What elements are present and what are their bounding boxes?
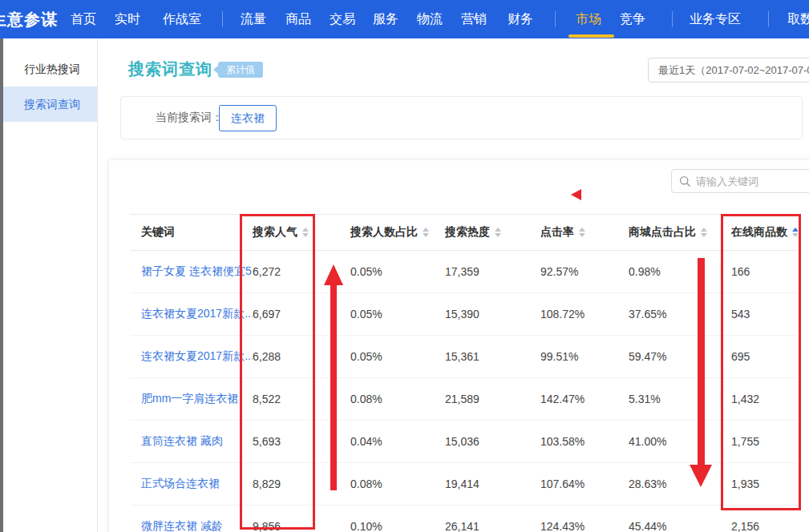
column-header-search-heat[interactable]: 搜索热度 xyxy=(445,225,540,240)
column-header-label: 商城点击占比 xyxy=(629,225,696,238)
nav-divider xyxy=(768,11,769,27)
keyword-cell: 正式场合连衣裙 xyxy=(130,477,253,491)
table-row: 正式场合连衣裙 8,829 0.08% 19,414 107.64% 28.63… xyxy=(130,463,798,506)
search-popularity-cell: 9,856 xyxy=(253,520,350,532)
online-products-cell: 695 xyxy=(731,350,798,363)
click-rate-cell: 142.47% xyxy=(540,393,629,405)
sort-icon[interactable] xyxy=(792,228,798,237)
sort-icon[interactable] xyxy=(302,228,309,237)
search-heat-cell: 26,141 xyxy=(445,520,540,532)
sort-icon[interactable] xyxy=(495,228,501,237)
search-term-tag[interactable]: 连衣裙 xyxy=(219,105,277,131)
column-header-online-products[interactable]: 在线商品数 xyxy=(731,225,798,240)
online-products-cell: 1,432 xyxy=(731,393,798,405)
cumulative-value-badge: 累计值 xyxy=(218,62,263,78)
nav-item-data-extract[interactable]: 取数 xyxy=(787,0,809,38)
sidebar-item-search-term-query[interactable]: 搜索词查询 xyxy=(3,87,97,122)
keywords-table: 关键词 搜索人气 搜索人数占比 搜索热度 点击率 商城点击占比 在线商品数 裙子… xyxy=(130,214,798,532)
nav-divider xyxy=(672,11,673,27)
click-rate-cell: 108.72% xyxy=(540,308,629,320)
search-popularity-cell: 6,288 xyxy=(253,350,350,363)
nav-item-home[interactable]: 首页 xyxy=(71,0,96,38)
nav-item-realtime[interactable]: 实时 xyxy=(115,0,140,38)
nav-item-competition[interactable]: 竞争 xyxy=(620,0,645,38)
keyword-cell: 微胖连衣裙 减龄 xyxy=(130,519,253,532)
top-nav: 生意参谋 首页 实时 作战室 流量 商品 交易 服务 物流 营销 财务 市场 竞… xyxy=(0,0,809,38)
active-tab-underline xyxy=(568,34,614,38)
sort-icon[interactable] xyxy=(423,228,429,237)
nav-item-business-zone[interactable]: 业务专区 xyxy=(690,0,741,38)
column-header-label: 点击率 xyxy=(540,225,574,238)
sidebar-item-industry-hot-words[interactable]: 行业热搜词 xyxy=(3,51,97,87)
searcher-ratio-cell: 0.10% xyxy=(350,520,445,532)
keyword-cell: 连衣裙女夏2017新款... xyxy=(130,307,253,321)
nav-item-trade[interactable]: 交易 xyxy=(330,0,355,38)
nav-item-logistics[interactable]: 物流 xyxy=(417,0,443,38)
nav-item-service[interactable]: 服务 xyxy=(373,0,398,38)
sort-icon[interactable] xyxy=(579,228,585,237)
click-rate-cell: 107.64% xyxy=(540,478,629,490)
online-products-cell: 1,755 xyxy=(731,435,798,448)
keyword-link[interactable]: 裙子女夏 连衣裙便宜5... xyxy=(141,264,253,277)
keyword-search-input[interactable] xyxy=(696,171,808,191)
column-header-label: 关键词 xyxy=(141,225,175,238)
column-header-click-rate[interactable]: 点击率 xyxy=(540,225,629,240)
table-row: 连衣裙女夏2017新款... 6,697 0.05% 15,390 108.72… xyxy=(130,293,798,336)
nav-divider xyxy=(555,11,556,27)
sidebar: 行业热搜词 搜索词查询 xyxy=(3,38,98,532)
keyword-link[interactable]: 直筒连衣裙 藏肉 xyxy=(141,434,223,447)
search-heat-cell: 15,036 xyxy=(445,435,540,448)
column-header-label: 搜索热度 xyxy=(445,225,490,238)
searcher-ratio-cell: 0.04% xyxy=(350,435,445,448)
nav-item-marketing[interactable]: 营销 xyxy=(461,0,487,38)
search-popularity-cell: 5,693 xyxy=(253,435,350,448)
table-body: 裙子女夏 连衣裙便宜5... 6,272 0.05% 17,359 92.57%… xyxy=(130,251,798,532)
column-header-label: 搜索人数占比 xyxy=(350,225,418,238)
table-header-row: 关键词 搜索人气 搜索人数占比 搜索热度 点击率 商城点击占比 在线商品数 xyxy=(130,214,798,251)
column-header-mall-click-ratio[interactable]: 商城点击占比 xyxy=(629,225,731,240)
search-popularity-cell: 8,829 xyxy=(253,478,350,490)
column-header-label: 在线商品数 xyxy=(731,225,787,238)
current-term-card: 当前搜索词： 连衣裙 xyxy=(120,96,803,139)
keyword-cell: 肥mm一字肩连衣裙 xyxy=(130,392,253,406)
mall-click-ratio-cell: 41.00% xyxy=(629,435,731,448)
searcher-ratio-cell: 0.08% xyxy=(350,393,445,405)
click-rate-cell: 92.57% xyxy=(540,265,629,278)
search-heat-cell: 15,390 xyxy=(445,308,540,320)
keyword-link[interactable]: 正式场合连衣裙 xyxy=(141,477,220,490)
nav-item-goods[interactable]: 商品 xyxy=(285,0,311,38)
keyword-link[interactable]: 连衣裙女夏2017新款... xyxy=(141,349,253,362)
keyword-link[interactable]: 连衣裙女夏2017新款... xyxy=(141,307,253,320)
click-rate-cell: 124.43% xyxy=(540,520,629,532)
nav-item-market[interactable]: 市场 xyxy=(576,0,601,38)
searcher-ratio-cell: 0.05% xyxy=(350,350,445,363)
online-products-cell: 543 xyxy=(731,308,798,320)
keyword-link[interactable]: 肥mm一字肩连衣裙 xyxy=(141,392,238,405)
mall-click-ratio-cell: 28.63% xyxy=(629,478,731,490)
mall-click-ratio-cell: 37.65% xyxy=(629,308,731,320)
date-range-selector[interactable]: 最近1天（2017-07-02~2017-07-02 xyxy=(648,58,809,83)
table-row: 直筒连衣裙 藏肉 5,693 0.04% 15,036 103.58% 41.0… xyxy=(130,421,798,463)
searcher-ratio-cell: 0.05% xyxy=(350,308,445,320)
nav-item-war-room[interactable]: 作战室 xyxy=(163,0,201,38)
online-products-cell: 2,156 xyxy=(731,520,798,532)
search-heat-cell: 21,589 xyxy=(445,393,540,405)
current-search-term-label: 当前搜索词： xyxy=(156,111,223,125)
sort-icon[interactable] xyxy=(701,228,707,237)
table-row: 裙子女夏 连衣裙便宜5... 6,272 0.05% 17,359 92.57%… xyxy=(130,251,798,293)
table-row: 连衣裙女夏2017新款... 6,288 0.05% 15,361 99.51%… xyxy=(130,336,798,378)
keyword-cell: 连衣裙女夏2017新款... xyxy=(130,349,253,364)
keyword-cell: 直筒连衣裙 藏肉 xyxy=(130,434,253,449)
app-logo: 生意参谋 xyxy=(0,0,58,38)
column-header-searcher-ratio[interactable]: 搜索人数占比 xyxy=(350,225,445,240)
keyword-link[interactable]: 微胖连衣裙 减龄 xyxy=(141,519,223,532)
column-header-label: 搜索人气 xyxy=(253,225,297,238)
click-rate-cell: 99.51% xyxy=(540,350,629,363)
column-header-search-popularity[interactable]: 搜索人气 xyxy=(253,225,350,240)
nav-item-finance[interactable]: 财务 xyxy=(508,0,533,38)
table-row: 肥mm一字肩连衣裙 8,522 0.08% 21,589 142.47% 5.3… xyxy=(130,378,798,421)
click-rate-cell: 103.58% xyxy=(540,435,629,448)
search-heat-cell: 19,414 xyxy=(445,478,540,490)
mall-click-ratio-cell: 5.31% xyxy=(629,393,731,405)
nav-item-traffic[interactable]: 流量 xyxy=(241,0,266,38)
